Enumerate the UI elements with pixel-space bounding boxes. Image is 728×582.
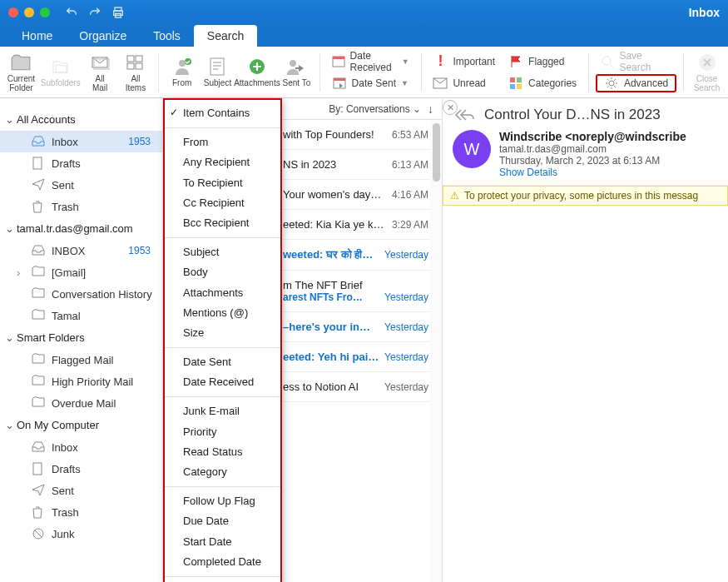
tab-tools[interactable]: Tools xyxy=(140,25,194,47)
redo-icon[interactable] xyxy=(88,6,102,19)
folder-icon xyxy=(32,375,45,388)
scrollbar-track[interactable] xyxy=(430,122,442,582)
titlebar: Inbox xyxy=(0,0,728,25)
sidebar-item-overdue[interactable]: Overdue Mail xyxy=(0,392,162,414)
dropdown-item[interactable]: Category xyxy=(165,462,280,482)
subfolders-button[interactable]: Subfolders xyxy=(41,49,81,96)
sidebar-item-omc-sent[interactable]: Sent xyxy=(0,480,162,501)
save-search-button[interactable]: Save Search xyxy=(596,52,676,71)
sent-to-button[interactable]: Sent To xyxy=(280,49,313,96)
categories-button[interactable]: Categories xyxy=(503,74,582,92)
flagged-button[interactable]: Flagged xyxy=(503,52,582,71)
close-search-button[interactable]: Close Search xyxy=(691,49,723,96)
show-details-link[interactable]: Show Details xyxy=(499,167,686,178)
attachments-button[interactable]: Attachments xyxy=(237,49,277,96)
sidebar-item-gmail[interactable]: ›[Gmail] xyxy=(0,261,162,283)
subject-button[interactable]: Subject xyxy=(201,49,234,96)
sidebar-item-acc-inbox[interactable]: INBOX1953 xyxy=(0,240,162,261)
zoom-window-button[interactable] xyxy=(40,7,50,17)
reader-date: Thursday, March 2, 2023 at 6:13 AM xyxy=(499,155,686,167)
sidebar-item-omc-drafts[interactable]: Drafts xyxy=(0,458,162,480)
all-items-icon xyxy=(125,52,146,73)
date-sent-button[interactable]: Date Sent ▼ xyxy=(327,74,414,92)
sidebar-group-account[interactable]: ⌄tamal.tr.das@gmail.com xyxy=(0,217,162,240)
svg-point-9 xyxy=(179,60,186,67)
svg-point-28 xyxy=(602,57,611,65)
subfolders-icon xyxy=(50,56,72,77)
window-title: Inbox xyxy=(689,6,720,19)
advanced-button[interactable]: Advanced xyxy=(596,74,676,92)
dropdown-item[interactable]: Size xyxy=(165,323,280,343)
minimize-window-button[interactable] xyxy=(24,7,34,17)
close-window-button[interactable] xyxy=(8,7,18,17)
dropdown-item[interactable]: Item Contains xyxy=(165,103,280,123)
sidebar-item-conv-history[interactable]: Conversation History xyxy=(0,283,162,305)
tab-organize[interactable]: Organize xyxy=(66,25,140,47)
sidebar-group-all-accounts[interactable]: ⌄All Accounts xyxy=(0,108,162,131)
tab-home[interactable]: Home xyxy=(8,25,66,47)
tab-search[interactable]: Search xyxy=(194,25,257,47)
dropdown-item[interactable]: Follow Up Flag xyxy=(165,491,280,511)
categories-icon xyxy=(508,76,523,91)
trash-icon xyxy=(32,505,45,519)
dropdown-item[interactable]: Priority xyxy=(165,422,280,442)
dropdown-item[interactable]: Attachments xyxy=(165,283,280,303)
sidebar-group-smart-folders[interactable]: ⌄Smart Folders xyxy=(0,326,162,349)
sidebar-item-omc-trash[interactable]: Trash xyxy=(0,501,162,523)
all-items-button[interactable]: All Items xyxy=(120,49,152,96)
dropdown-item[interactable]: Due Date xyxy=(165,511,280,531)
folder-icon xyxy=(32,309,45,322)
dropdown-item[interactable]: To Recipient xyxy=(165,173,280,193)
sidebar-item-tamal[interactable]: Tamal xyxy=(0,305,162,326)
chevron-down-icon: ▼ xyxy=(402,57,409,66)
undo-icon[interactable] xyxy=(65,6,78,19)
dropdown-separator xyxy=(165,127,280,128)
important-button[interactable]: ! Important xyxy=(428,52,500,71)
dropdown-item[interactable]: Start Date xyxy=(165,532,280,552)
dropdown-item[interactable]: Completed Date xyxy=(165,552,280,572)
dropdown-separator xyxy=(165,347,280,348)
print-icon[interactable] xyxy=(111,6,125,19)
dropdown-item[interactable]: Body xyxy=(165,262,280,282)
clear-search-icon[interactable]: ✕ xyxy=(443,100,458,115)
dropdown-item[interactable]: Any Recipient xyxy=(165,152,280,172)
sort-button[interactable]: By: Conversations ⌄ xyxy=(329,103,421,115)
sidebar-item-omc-inbox[interactable]: Inbox xyxy=(0,436,162,458)
dropdown-item[interactable]: Mentions (@) xyxy=(165,303,280,323)
reader-subject: Control Your D…NS in 2023 xyxy=(453,107,718,123)
svg-rect-7 xyxy=(127,63,134,69)
sidebar-item-trash[interactable]: Trash xyxy=(0,196,162,217)
all-mail-button[interactable]: All Mail xyxy=(84,49,116,96)
from-button[interactable]: From xyxy=(166,49,198,96)
svg-line-35 xyxy=(35,530,42,537)
date-received-button[interactable]: Date Received ▼ xyxy=(327,52,414,71)
inbox-icon xyxy=(32,440,45,454)
unread-button[interactable]: Unread xyxy=(428,74,500,92)
dropdown-item[interactable]: Subject xyxy=(165,242,280,262)
dropdown-item[interactable]: From xyxy=(165,132,280,152)
folder-icon xyxy=(32,353,45,366)
chevron-down-icon: ⌄ xyxy=(5,222,13,235)
dropdown-item[interactable]: Read Status xyxy=(165,442,280,462)
sidebar-item-flagged-mail[interactable]: Flagged Mail xyxy=(0,349,162,371)
attachment-icon xyxy=(246,56,268,77)
privacy-banner[interactable]: ⚠ To protect your privacy, some pictures… xyxy=(443,186,728,206)
sidebar-item-high-priority[interactable]: High Priority Mail xyxy=(0,371,162,392)
dropdown-item[interactable]: Date Sent xyxy=(165,352,280,372)
sidebar-group-on-my-computer[interactable]: ⌄On My Computer xyxy=(0,414,162,436)
sidebar-item-sent[interactable]: Sent xyxy=(0,174,162,196)
dropdown-item[interactable]: Junk E-mail xyxy=(165,401,280,421)
sidebar-item-drafts[interactable]: Drafts xyxy=(0,152,162,174)
sidebar-item-inbox[interactable]: Inbox1953 xyxy=(0,131,162,152)
scrollbar-thumb[interactable] xyxy=(433,123,440,182)
gear-icon xyxy=(604,76,619,91)
dropdown-item[interactable]: Date Received xyxy=(165,372,280,392)
sort-direction-button[interactable]: ↓ xyxy=(428,102,433,116)
dropdown-item[interactable]: Bcc Recipient xyxy=(165,213,280,233)
search-filter-dropdown[interactable]: Item ContainsFromAny RecipientTo Recipie… xyxy=(163,98,282,582)
inbox-icon xyxy=(32,135,45,148)
svg-rect-8 xyxy=(136,63,142,69)
dropdown-item[interactable]: Cc Recipient xyxy=(165,193,280,213)
sidebar-item-omc-junk[interactable]: Junk xyxy=(0,523,162,545)
current-folder-button[interactable]: Current Folder xyxy=(5,49,37,96)
